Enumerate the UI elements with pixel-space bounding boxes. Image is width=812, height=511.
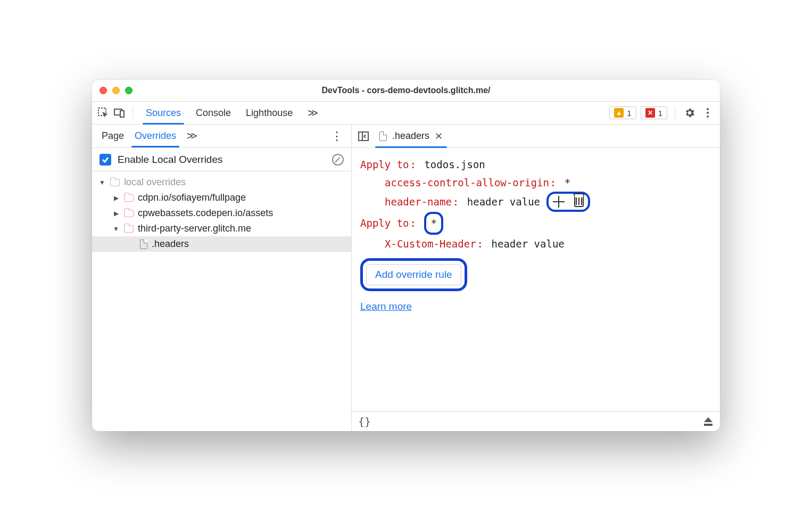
device-toolbar-icon[interactable]	[113, 107, 125, 119]
header-value[interactable]: header value	[467, 193, 540, 211]
minimize-window-button[interactable]	[112, 87, 120, 94]
format-icon[interactable]: {}	[358, 415, 371, 428]
chevron-down-icon: ▼	[98, 179, 106, 186]
tab-lighthouse[interactable]: Lighthouse	[241, 103, 298, 123]
add-header-icon[interactable]	[553, 196, 565, 208]
nav-tab-overrides[interactable]: Overrides	[130, 126, 180, 146]
panel-body: Page Overrides >> ⋮ Enable Local Overrid…	[92, 125, 720, 431]
window-title: DevTools - cors-demo-devtools.glitch.me/	[92, 86, 720, 95]
maximize-window-button[interactable]	[125, 87, 132, 94]
chevron-right-icon: ▶	[112, 210, 120, 217]
navigator-tabs: Page Overrides >> ⋮	[92, 125, 351, 148]
tree-file-label: .headers	[152, 238, 189, 250]
tree-folder-label: third-party-server.glitch.me	[138, 223, 251, 234]
enable-overrides-label: Enable Local Overrides	[118, 154, 223, 166]
apply-to-row: Apply to: *	[360, 212, 711, 234]
headers-editor: Apply to: todos.json access-control-allo…	[352, 148, 720, 411]
header-name[interactable]: X-Custom-Header	[385, 235, 476, 253]
file-icon	[379, 131, 387, 141]
file-tree: ▼ local overrides ▶ cdpn.io/sofiayem/ful…	[92, 171, 351, 431]
svg-point-4	[707, 112, 709, 114]
tree-root[interactable]: ▼ local overrides	[92, 175, 351, 190]
file-icon	[140, 240, 147, 249]
clear-overrides-icon[interactable]	[332, 154, 344, 166]
titlebar: DevTools - cors-demo-devtools.glitch.me/	[92, 80, 720, 101]
errors-count: 1	[658, 109, 662, 118]
main-toolbar: Sources Console Lighthouse >> ▲ 1 ✕ 1	[92, 101, 720, 125]
chevron-right-icon: ▶	[112, 194, 120, 202]
divider	[132, 106, 133, 119]
folder-icon	[124, 210, 134, 217]
folder-icon	[124, 194, 134, 202]
tab-sources[interactable]: Sources	[140, 103, 186, 123]
nav-more-menu-icon[interactable]: ⋮	[328, 129, 346, 143]
enable-overrides-checkbox[interactable]	[100, 154, 111, 166]
tree-file-selected[interactable]: .headers	[92, 236, 351, 252]
devtools-window: DevTools - cors-demo-devtools.glitch.me/…	[92, 80, 720, 431]
add-rule-highlight: Add override rule	[360, 258, 467, 291]
warnings-badge[interactable]: ▲ 1	[609, 106, 636, 119]
header-actions-highlight	[546, 192, 590, 212]
error-icon: ✕	[645, 108, 655, 118]
apply-to-row: Apply to: todos.json	[360, 155, 711, 174]
editor-tab-label: .headers	[392, 130, 429, 142]
delete-header-icon[interactable]	[574, 196, 584, 207]
tab-console[interactable]: Console	[190, 103, 236, 123]
header-value[interactable]: *	[565, 174, 570, 192]
header-name[interactable]: header-name	[385, 193, 452, 211]
header-row: access-control-allow-origin: *	[360, 174, 711, 192]
navigator-panel: Page Overrides >> ⋮ Enable Local Overrid…	[92, 125, 352, 431]
tree-folder[interactable]: ▶ cdpn.io/sofiayem/fullpage	[92, 190, 351, 205]
tree-folder[interactable]: ▼ third-party-server.glitch.me	[92, 221, 351, 236]
header-row: X-Custom-Header: header value	[360, 235, 711, 253]
warning-icon: ▲	[614, 108, 624, 118]
tree-root-label: local overrides	[124, 177, 186, 188]
nav-more-tabs-icon[interactable]: >>	[183, 126, 199, 146]
svg-point-5	[707, 116, 709, 118]
enable-overrides-row: Enable Local Overrides	[92, 148, 351, 171]
folder-icon	[124, 225, 134, 233]
apply-to-value-highlight: *	[424, 212, 443, 234]
svg-rect-2	[120, 111, 124, 117]
tree-folder-label: cpwebassets.codepen.io/assets	[138, 208, 273, 219]
more-tabs-icon[interactable]: >>	[302, 103, 321, 123]
apply-to-label: Apply to	[360, 155, 409, 174]
apply-to-label: Apply to	[360, 214, 409, 232]
tree-folder-label: cdpn.io/sofiayem/fullpage	[138, 192, 246, 203]
tree-folder[interactable]: ▶ cpwebassets.codepen.io/assets	[92, 205, 351, 221]
warnings-count: 1	[627, 109, 631, 118]
more-menu-icon[interactable]	[701, 106, 715, 120]
nav-tab-page[interactable]: Page	[97, 126, 128, 146]
settings-icon[interactable]	[683, 106, 697, 120]
close-tab-icon[interactable]: ✕	[435, 130, 443, 142]
inspect-element-icon[interactable]	[97, 107, 109, 119]
editor-tab-headers[interactable]: .headers ✕	[377, 127, 445, 145]
dock-icon[interactable]	[703, 417, 714, 426]
add-override-rule-button[interactable]: Add override rule	[366, 264, 461, 285]
header-row: header-name: header value	[360, 192, 711, 212]
editor-panel: .headers ✕ Apply to: todos.json access-c…	[352, 125, 720, 431]
header-name[interactable]: access-control-allow-origin	[385, 174, 549, 192]
window-controls	[100, 87, 132, 94]
editor-tabs: .headers ✕	[352, 125, 720, 148]
apply-to-value[interactable]: *	[430, 214, 436, 232]
svg-point-3	[707, 108, 709, 110]
learn-more-link[interactable]: Learn more	[360, 298, 412, 316]
close-window-button[interactable]	[100, 87, 107, 94]
chevron-down-icon: ▼	[112, 225, 120, 233]
errors-badge[interactable]: ✕ 1	[641, 106, 667, 119]
header-value[interactable]: header value	[492, 235, 565, 253]
apply-to-value[interactable]: todos.json	[424, 155, 485, 174]
divider	[675, 106, 675, 119]
editor-footer: {}	[352, 411, 720, 431]
folder-icon	[110, 179, 120, 186]
collapse-sidebar-icon[interactable]	[357, 130, 370, 143]
